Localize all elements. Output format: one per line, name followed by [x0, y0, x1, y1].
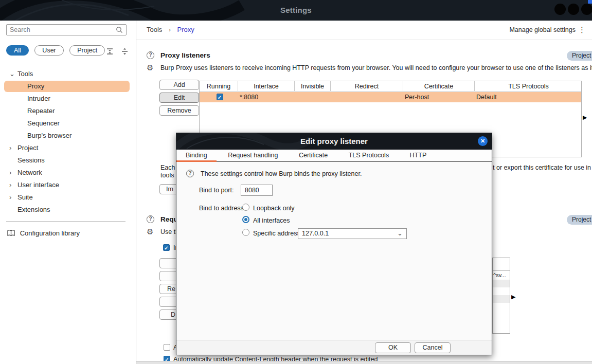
- dialog-tab-bar: Binding Request handling Certificate TLS…: [176, 150, 492, 162]
- specific-address-label: Specific address:: [253, 230, 302, 237]
- col-tls-protocols[interactable]: TLS Protocols: [475, 81, 582, 92]
- tab-request-handling[interactable]: Request handling: [219, 150, 287, 162]
- project-setting-badge: Project set: [567, 51, 592, 61]
- tree-item-repeater[interactable]: Repeater: [0, 105, 136, 117]
- specific-address-radio[interactable]: [242, 229, 249, 236]
- add-listener-button[interactable]: Add: [159, 80, 199, 90]
- col-running[interactable]: Running: [200, 81, 238, 92]
- breadcrumb-separator-icon: ›: [169, 26, 171, 33]
- listener-table-row[interactable]: ✓ *:8080 Per-host Default: [200, 92, 581, 102]
- search-box: [6, 24, 127, 35]
- loopback-only-radio[interactable]: [242, 204, 249, 211]
- dialog-close-button[interactable]: ✕: [478, 136, 488, 146]
- rules-table-cell: ^sv...: [493, 271, 510, 280]
- edit-listener-button[interactable]: Edit: [159, 93, 199, 103]
- tree-item-proxy[interactable]: Proxy: [0, 80, 136, 93]
- expand-all-icon[interactable]: [121, 48, 129, 55]
- help-icon[interactable]: ?: [147, 51, 154, 59]
- loopback-only-label: Loopback only: [253, 205, 295, 212]
- settings-sidebar: All User Project ⌄ Tools: [0, 21, 136, 364]
- intercept-requests-checkbox[interactable]: ✓: [163, 244, 170, 251]
- book-icon: [7, 230, 15, 236]
- intercept-rules-table: ^sv...: [492, 258, 510, 334]
- window-corner-accent: [588, 0, 592, 4]
- tab-tls-protocols[interactable]: TLS Protocols: [339, 150, 399, 162]
- table-header-row: Running Interface Invisible Redirect Cer…: [200, 81, 581, 92]
- bind-address-label: Bind to address:: [199, 205, 245, 212]
- chevron-right-icon[interactable]: ›: [9, 167, 16, 179]
- window-maximize-button[interactable]: [568, 4, 579, 15]
- bottom-checkbox-1[interactable]: [164, 344, 170, 351]
- col-redirect[interactable]: Redirect: [331, 81, 403, 92]
- window-titlebar: Settings: [0, 0, 592, 21]
- ok-button[interactable]: OK: [375, 342, 411, 353]
- tree-item-suite[interactable]: › Suite: [0, 191, 136, 204]
- project-setting-badge: Project set: [567, 215, 592, 225]
- dialog-footer: OK Cancel: [176, 340, 492, 355]
- search-input[interactable]: [10, 25, 113, 34]
- tree-item-network[interactable]: › Network: [0, 167, 136, 179]
- dialog-titlebar[interactable]: Edit proxy listener ✕: [176, 133, 492, 150]
- remove-listener-button[interactable]: Remove: [159, 105, 199, 116]
- window-close-button[interactable]: [581, 4, 592, 15]
- tree-item-user-interface[interactable]: › User interface: [0, 179, 136, 191]
- tab-http[interactable]: HTTP: [401, 150, 436, 162]
- breadcrumb: Tools › Proxy: [147, 26, 194, 33]
- breadcrumb-proxy[interactable]: Proxy: [177, 26, 194, 33]
- sidebar-divider: [6, 221, 125, 222]
- tree-item-burps-browser[interactable]: Burp's browser: [0, 130, 136, 142]
- specific-address-dropdown[interactable]: 127.0.0.1 ⌄: [298, 228, 407, 239]
- bottom-window-edge: [136, 361, 592, 364]
- proxy-listeners-title: Proxy listeners: [160, 51, 210, 59]
- col-invisible[interactable]: Invisible: [295, 81, 331, 92]
- dropdown-chevron-icon: ⌄: [397, 228, 403, 238]
- configuration-library-item[interactable]: Configuration library: [7, 228, 80, 239]
- gear-icon: ⚙: [147, 64, 153, 71]
- tree-item-sequencer[interactable]: Sequencer: [0, 117, 136, 130]
- dialog-title: Edit proxy listener: [176, 133, 492, 150]
- chevron-down-icon[interactable]: ⌄: [9, 68, 16, 80]
- col-interface[interactable]: Interface: [238, 81, 295, 92]
- chevron-right-icon[interactable]: ›: [9, 191, 16, 204]
- chevron-right-icon[interactable]: ›: [9, 179, 16, 191]
- col-certificate[interactable]: Certificate: [403, 81, 475, 92]
- help-icon[interactable]: ?: [186, 170, 194, 177]
- bind-port-label: Bind to port:: [199, 187, 234, 194]
- manage-global-settings-link[interactable]: Manage global settings: [509, 26, 576, 33]
- ca-cert-text-fragment-2: tools: [160, 172, 174, 179]
- specific-address-value: 127.0.0.1: [302, 230, 329, 237]
- collapse-all-icon[interactable]: [106, 48, 114, 55]
- gear-icon: ⚙: [147, 228, 153, 235]
- help-icon[interactable]: ?: [147, 215, 154, 223]
- search-icon: [116, 26, 123, 33]
- tree-item-extensions[interactable]: Extensions: [0, 204, 136, 216]
- tree-item-tools[interactable]: ⌄ Tools: [0, 68, 136, 80]
- running-checkbox[interactable]: ✓: [217, 94, 223, 100]
- bind-port-field-wrap: [241, 185, 273, 196]
- table-scroll-arrow-icon: ▶: [583, 114, 587, 121]
- all-interfaces-radio[interactable]: [242, 216, 249, 223]
- settings-tree: ⌄ Tools Proxy Intruder Repeater Sequence…: [0, 68, 136, 216]
- filter-all-button[interactable]: All: [6, 45, 29, 56]
- kebab-menu-icon[interactable]: ⋮: [578, 25, 586, 34]
- tab-certificate[interactable]: Certificate: [290, 150, 337, 162]
- filter-project-button[interactable]: Project: [69, 45, 105, 56]
- chevron-right-icon[interactable]: ›: [9, 142, 16, 154]
- breadcrumb-row: Tools › Proxy Manage global settings ⋮: [136, 21, 592, 40]
- breadcrumb-tools[interactable]: Tools: [147, 26, 162, 33]
- burp-settings-window: Settings All User Project: [0, 0, 592, 364]
- tab-binding[interactable]: Binding: [176, 150, 217, 162]
- tree-item-project[interactable]: › Project: [0, 142, 136, 154]
- cancel-button[interactable]: Cancel: [415, 342, 451, 353]
- selection-highlight: [4, 81, 130, 92]
- filter-user-button[interactable]: User: [34, 45, 63, 56]
- window-title: Settings: [0, 0, 592, 21]
- tree-item-intruder[interactable]: Intruder: [0, 93, 136, 105]
- rules-table-header: [493, 258, 510, 271]
- cell-interface: *:8080: [238, 92, 295, 102]
- table-scroll-arrow-icon: ▶: [511, 294, 515, 300]
- bind-port-input[interactable]: [241, 185, 272, 195]
- window-minimize-button[interactable]: [554, 4, 566, 15]
- tree-item-sessions[interactable]: Sessions: [0, 154, 136, 167]
- cell-certificate: Per-host: [403, 92, 475, 102]
